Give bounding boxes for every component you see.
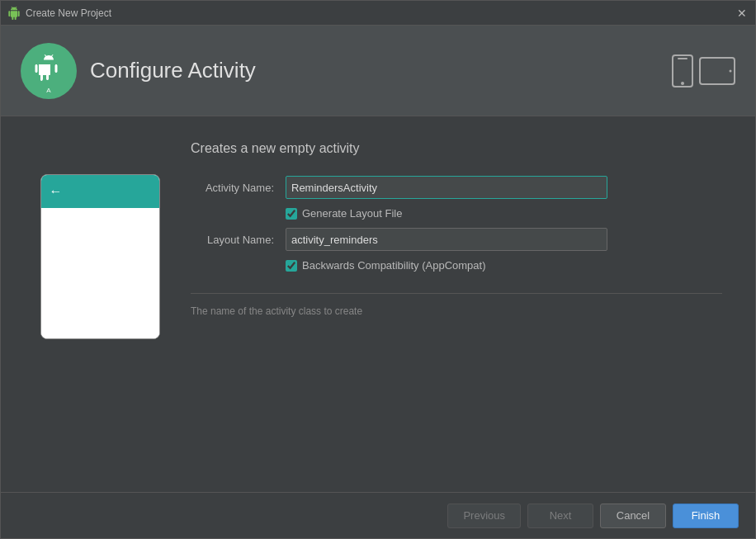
- svg-rect-3: [678, 58, 687, 59]
- main-window: Create New Project ✕ A Configure Activit…: [0, 0, 756, 539]
- title-bar-left: Create New Project: [7, 7, 111, 20]
- generate-layout-checkbox[interactable]: [286, 208, 297, 220]
- hint-text: The name of the activity class to create: [191, 305, 722, 317]
- tablet-icon: [699, 57, 735, 85]
- layout-name-input[interactable]: [286, 228, 607, 251]
- android-studio-logo: A: [21, 43, 77, 99]
- backwards-compat-checkbox[interactable]: [286, 260, 297, 272]
- form-area: ← Creates a new empty activity Activity …: [1, 116, 755, 492]
- activity-name-row: Activity Name:: [191, 176, 722, 199]
- previous-button[interactable]: Previous: [447, 504, 521, 528]
- preview-panel: ←: [34, 141, 166, 475]
- activity-name-input[interactable]: [286, 176, 607, 199]
- page-title: Configure Activity: [90, 58, 671, 83]
- phone-top-bar: ←: [41, 175, 159, 208]
- svg-point-6: [730, 69, 732, 72]
- form-divider: [191, 293, 722, 294]
- backwards-compat-row: Backwards Compatibility (AppCompat): [286, 259, 722, 272]
- backwards-compat-label: Backwards Compatibility (AppCompat): [302, 259, 486, 272]
- finish-button[interactable]: Finish: [673, 504, 739, 528]
- next-button[interactable]: Next: [527, 504, 593, 528]
- generate-layout-row: Generate Layout File: [286, 207, 722, 220]
- form-panel: Creates a new empty activity Activity Na…: [191, 141, 722, 475]
- layout-name-row: Layout Name:: [191, 228, 722, 251]
- close-button[interactable]: ✕: [735, 7, 749, 20]
- phone-preview: ←: [40, 174, 160, 339]
- phone-body: [41, 208, 159, 339]
- svg-text:A: A: [46, 87, 51, 94]
- header: A Configure Activity: [1, 26, 755, 116]
- device-icons: [671, 54, 735, 87]
- footer: Previous Next Cancel Finish: [1, 492, 755, 538]
- cancel-button[interactable]: Cancel: [600, 504, 666, 528]
- form-subtitle: Creates a new empty activity: [191, 141, 722, 156]
- main-content: ← Creates a new empty activity Activity …: [1, 116, 755, 492]
- android-title-icon: [7, 7, 21, 20]
- window-title: Create New Project: [26, 7, 111, 19]
- svg-point-4: [681, 82, 684, 85]
- layout-name-label: Layout Name:: [191, 234, 286, 246]
- generate-layout-label: Generate Layout File: [302, 207, 402, 220]
- back-arrow-icon: ←: [50, 184, 63, 199]
- phone-icon: [671, 54, 694, 87]
- activity-name-label: Activity Name:: [191, 182, 286, 194]
- title-bar: Create New Project ✕: [1, 1, 755, 26]
